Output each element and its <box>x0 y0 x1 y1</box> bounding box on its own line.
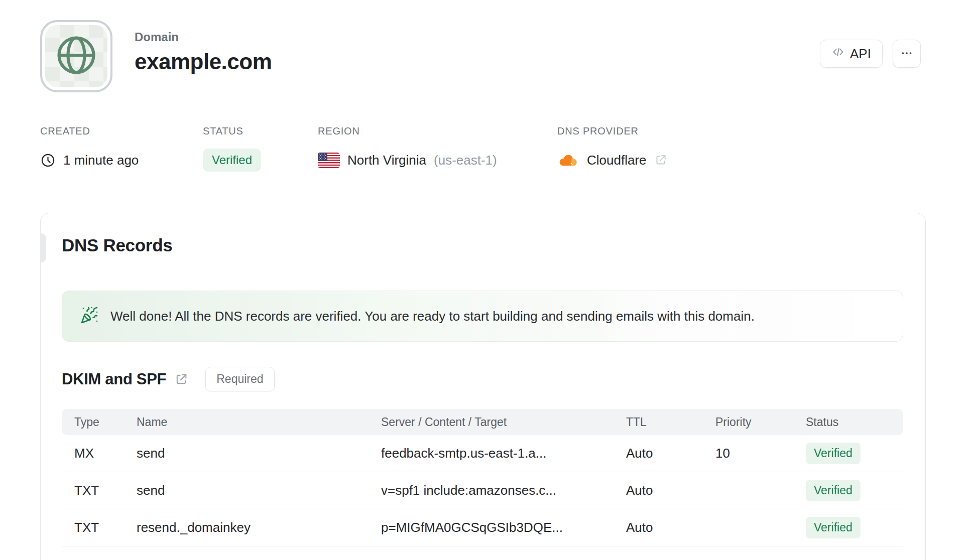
dns-provider-value: Cloudflare <box>587 153 647 168</box>
record-ttl: Auto <box>626 483 715 498</box>
record-name: send <box>137 483 381 498</box>
domain-avatar <box>40 20 112 92</box>
section-notch <box>40 233 46 262</box>
table-header-row: Type Name Server / Content / Target TTL … <box>62 409 903 435</box>
more-options-button[interactable] <box>893 40 921 68</box>
success-banner: Well done! All the DNS records are verif… <box>62 291 903 342</box>
title-block: Domain example.com <box>135 30 272 74</box>
us-flag-icon <box>318 153 340 168</box>
clock-icon <box>40 153 56 168</box>
cloudflare-icon <box>557 153 579 168</box>
status-badge: Verified <box>203 149 261 172</box>
api-button-label: API <box>850 46 871 62</box>
api-button[interactable]: API <box>820 40 883 68</box>
col-name: Name <box>137 415 381 429</box>
region-label: REGION <box>318 125 497 137</box>
record-type: TXT <box>74 520 137 535</box>
meta-status: STATUS Verified <box>203 125 261 171</box>
globe-icon <box>53 32 99 80</box>
dkim-external-link-icon[interactable] <box>174 372 188 386</box>
col-content: Server / Content / Target <box>381 415 626 429</box>
dns-records-title: DNS Records <box>62 235 172 255</box>
col-status: Status <box>806 415 903 429</box>
record-content: v=spf1 include:amazonses.c... <box>381 483 626 498</box>
dkim-title: DKIM and SPF <box>62 370 166 388</box>
record-content: feedback-smtp.us-east-1.a... <box>381 446 626 461</box>
table-row[interactable]: TXT resend._domainkey p=MIGfMA0GCSqGSIb3… <box>62 509 903 546</box>
dkim-section-header: DKIM and SPF Required <box>62 367 275 391</box>
table-row[interactable]: MX send feedback-smtp.us-east-1.a... Aut… <box>62 435 903 472</box>
meta-region: REGION <box>318 125 497 171</box>
meta-dns-provider: DNS PROVIDER Cloudflare <box>557 125 667 171</box>
record-name: resend._domainkey <box>137 520 381 535</box>
record-status-badge: Verified <box>806 517 861 538</box>
required-badge: Required <box>205 367 274 391</box>
record-ttl: Auto <box>626 520 715 535</box>
col-type: Type <box>74 415 137 429</box>
table-row[interactable]: TXT send v=spf1 include:amazonses.c... A… <box>62 472 903 509</box>
record-type: TXT <box>74 483 137 498</box>
region-code: (us-east-1) <box>434 153 497 168</box>
col-ttl: TTL <box>626 415 715 429</box>
page-title: example.com <box>135 49 272 74</box>
region-value: North Virginia <box>347 153 426 168</box>
meta-created: CREATED 1 minute ago <box>40 125 139 171</box>
record-status-badge: Verified <box>806 480 861 501</box>
record-ttl: Auto <box>626 446 715 461</box>
col-priority: Priority <box>715 415 806 429</box>
banner-message: Well done! All the DNS records are verif… <box>110 309 755 324</box>
record-type: MX <box>74 446 137 461</box>
created-value: 1 minute ago <box>63 153 139 168</box>
external-link-icon[interactable] <box>654 154 667 167</box>
party-popper-icon <box>80 306 98 326</box>
record-priority: 10 <box>715 446 806 461</box>
record-content: p=MIGfMA0GCSqGSIb3DQE... <box>381 520 626 535</box>
dns-records-table: Type Name Server / Content / Target TTL … <box>62 409 903 546</box>
record-name: send <box>137 446 381 461</box>
status-label: STATUS <box>203 125 261 137</box>
created-label: CREATED <box>40 125 139 137</box>
domain-detail-page: Domain example.com API CREATED 1 minute … <box>0 0 976 560</box>
ellipsis-icon <box>900 47 913 61</box>
dns-provider-label: DNS PROVIDER <box>557 125 667 137</box>
record-status-badge: Verified <box>806 443 861 464</box>
code-icon <box>831 45 845 62</box>
dns-records-card: DNS Records Well done! All the DNS recor… <box>40 213 926 560</box>
domain-eyebrow: Domain <box>135 30 272 44</box>
